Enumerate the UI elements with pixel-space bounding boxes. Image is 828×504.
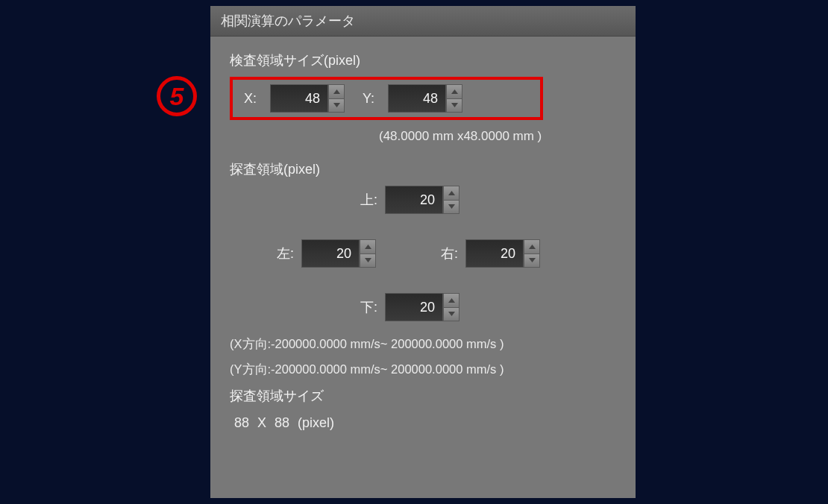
svg-marker-3 <box>451 103 458 107</box>
svg-marker-9 <box>529 258 536 262</box>
search-right-input[interactable] <box>465 239 524 268</box>
search-left-spinner <box>301 239 376 268</box>
inspect-x-down-button[interactable] <box>328 98 345 113</box>
search-bottom-input[interactable] <box>385 293 443 321</box>
chevron-down-icon <box>333 103 340 107</box>
inspection-size-row: X: Y: <box>230 77 543 120</box>
inspect-y-spinner-buttons <box>446 84 462 113</box>
search-bottom-row: 下: <box>357 293 460 321</box>
svg-marker-8 <box>529 245 536 249</box>
inspect-y-label: Y: <box>358 91 374 107</box>
inspect-x-up-button[interactable] <box>328 84 345 98</box>
search-left-input[interactable] <box>301 239 360 268</box>
search-area-title: 探査領域(pixel) <box>230 160 616 178</box>
search-left-up-button[interactable] <box>360 239 376 253</box>
search-bottom-spinner-buttons <box>443 293 460 321</box>
svg-marker-10 <box>448 298 455 303</box>
svg-marker-6 <box>365 245 371 249</box>
search-bottom-up-button[interactable] <box>443 293 460 307</box>
search-size-title: 探査領域サイズ <box>230 387 616 405</box>
search-left-row: 左: <box>273 239 376 268</box>
svg-marker-11 <box>448 312 455 316</box>
svg-marker-5 <box>448 204 455 209</box>
search-bottom-spinner <box>385 293 460 321</box>
y-direction-range: (Y方向:-200000.0000 mm/s~ 200000.0000 mm/s… <box>230 362 616 378</box>
search-top-row: 上: <box>357 186 460 214</box>
search-top-spinner-buttons <box>443 186 460 214</box>
svg-marker-0 <box>333 89 340 94</box>
search-left-spinner-buttons <box>360 239 376 268</box>
chevron-up-icon <box>529 245 536 249</box>
svg-marker-4 <box>448 191 455 195</box>
panel-title: 相関演算のパラメータ <box>210 6 636 37</box>
search-size-value: 88 X 88 (pixel) <box>230 415 616 431</box>
search-right-label: 右: <box>437 245 458 262</box>
inspection-size-title: 検査領域サイズ(pixel) <box>230 51 616 69</box>
chevron-down-icon <box>448 204 455 209</box>
inspect-x-label: X: <box>240 91 257 107</box>
correlation-params-panel: 相関演算のパラメータ 検査領域サイズ(pixel) X: Y: <box>210 6 636 498</box>
inspect-x-spinner-buttons <box>328 84 345 113</box>
chevron-up-icon <box>365 245 371 249</box>
chevron-down-icon <box>529 258 536 262</box>
inspect-y-down-button[interactable] <box>446 98 462 113</box>
inspect-x-spinner <box>270 84 345 113</box>
chevron-up-icon <box>448 191 455 195</box>
search-left-label: 左: <box>273 245 294 262</box>
chevron-up-icon <box>451 89 458 94</box>
chevron-up-icon <box>333 89 340 94</box>
x-direction-range: (X方向:-200000.0000 mm/s~ 200000.0000 mm/s… <box>230 336 616 353</box>
search-area-grid: 上: 左: <box>230 186 616 335</box>
search-bottom-label: 下: <box>357 298 377 316</box>
svg-marker-7 <box>365 258 371 262</box>
search-right-spinner-buttons <box>524 239 540 268</box>
panel-body: 検査領域サイズ(pixel) X: Y: (48.0000 mm x48.000… <box>210 37 636 444</box>
svg-marker-2 <box>451 89 458 94</box>
search-top-down-button[interactable] <box>443 200 460 215</box>
search-right-spinner <box>465 239 540 268</box>
inspect-y-input[interactable] <box>388 84 446 113</box>
search-right-up-button[interactable] <box>524 239 540 253</box>
inspect-y-up-button[interactable] <box>446 84 462 98</box>
inspection-mm-info: (48.0000 mm x48.0000 mm ) <box>230 129 616 144</box>
chevron-down-icon <box>451 103 458 107</box>
search-top-label: 上: <box>357 191 377 209</box>
svg-marker-1 <box>333 103 340 107</box>
chevron-up-icon <box>448 298 455 303</box>
search-bottom-down-button[interactable] <box>443 307 460 322</box>
inspect-x-input[interactable] <box>270 84 328 113</box>
search-top-spinner <box>385 186 460 214</box>
chevron-down-icon <box>365 258 371 262</box>
chevron-down-icon <box>448 312 455 316</box>
search-top-input[interactable] <box>385 186 443 214</box>
step-5-label: 5 <box>170 84 184 109</box>
search-right-row: 右: <box>437 239 540 268</box>
step-5-badge: 5 <box>157 76 197 116</box>
inspect-y-spinner <box>388 84 462 113</box>
search-left-down-button[interactable] <box>360 253 376 268</box>
search-right-down-button[interactable] <box>524 253 540 268</box>
search-top-up-button[interactable] <box>443 186 460 200</box>
